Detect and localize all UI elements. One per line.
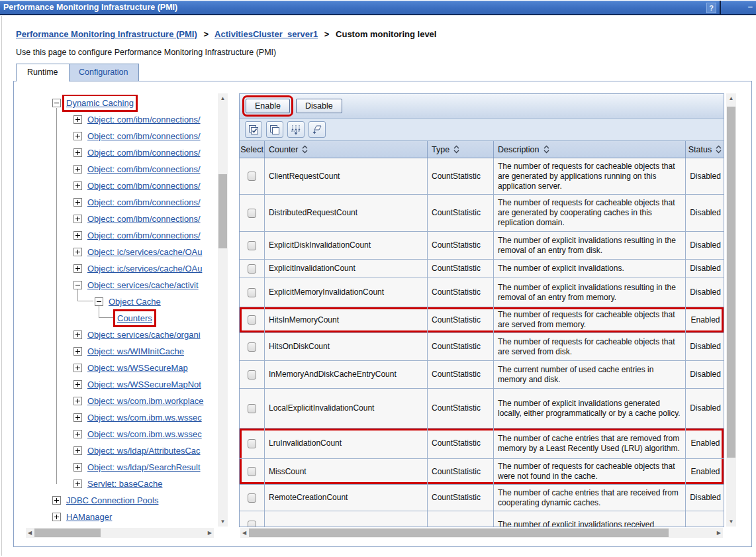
expand-icon[interactable]: [73, 347, 82, 356]
tree-item[interactable]: Object: com/ibm/connections/: [26, 227, 218, 244]
expand-icon[interactable]: [73, 364, 82, 372]
enable-button[interactable]: Enable: [246, 99, 290, 113]
tree-link[interactable]: Object: ic/services/cache/OAu: [87, 264, 202, 274]
tree-item[interactable]: Object: com/ibm/connections/: [26, 194, 218, 211]
disable-button[interactable]: Disable: [296, 99, 342, 113]
breadcrumb-link-server[interactable]: ActivitiesCluster_server1: [214, 29, 318, 39]
tree-link[interactable]: Object: ws/WSSecureMap: [87, 363, 188, 373]
row-checkbox[interactable]: [248, 172, 256, 181]
scroll-left-icon[interactable]: ◀: [242, 530, 246, 536]
tree-item[interactable]: Object: ic/services/cache/OAu: [26, 244, 218, 260]
expand-icon[interactable]: [73, 413, 82, 422]
tree-item[interactable]: Object Cache: [26, 293, 218, 310]
tree-item[interactable]: Object: ws/WIMInitCache: [26, 343, 218, 360]
tree-item[interactable]: Object: ws/com.ibm.ws.wssec: [26, 426, 218, 442]
row-checkbox[interactable]: [248, 404, 256, 413]
tree-item[interactable]: Object: services/cache/organi: [26, 327, 218, 343]
tree-link[interactable]: Object: ws/WSSecureMapNot: [87, 380, 201, 389]
tree-item[interactable]: Object: ws/com.ibm.ws.wssec: [26, 409, 218, 426]
tree-link[interactable]: Object: services/cache/organi: [87, 330, 201, 340]
expand-icon[interactable]: [73, 115, 82, 124]
scroll-down-icon[interactable]: ▼: [726, 519, 736, 525]
column-header-counter[interactable]: Counter: [265, 141, 428, 158]
tree-item[interactable]: Object: ws/WSSecureMap: [26, 360, 218, 376]
tree-item[interactable]: Object: com/ibm/connections/: [26, 144, 218, 161]
scrollbar-thumb[interactable]: [34, 529, 101, 537]
tree-item[interactable]: Counters: [26, 310, 218, 327]
tree-link[interactable]: Object: ws/com.ibm.ws.wssec: [87, 413, 202, 423]
collapse-icon[interactable]: [52, 99, 61, 107]
expand-icon[interactable]: [73, 264, 82, 273]
tree-item[interactable]: Object: ws/ldap/AttributesCac: [26, 442, 218, 459]
tree-horizontal-scrollbar[interactable]: ◀ ▶: [26, 528, 214, 538]
tree-link[interactable]: Object: com/ibm/connections/: [87, 197, 201, 207]
expand-icon[interactable]: [73, 231, 82, 240]
expand-icon[interactable]: [73, 446, 82, 455]
expand-icon[interactable]: [73, 181, 82, 190]
tree-link[interactable]: Object: services/cache/activit: [87, 280, 199, 290]
scrollbar-thumb[interactable]: [249, 529, 669, 537]
tree-item[interactable]: JDBC Connection Pools: [26, 492, 218, 509]
sort-icon[interactable]: [453, 145, 460, 154]
tree-link[interactable]: JDBC Connection Pools: [66, 495, 158, 505]
tree-link[interactable]: Object: ws/ldap/SearchResult: [87, 462, 201, 472]
scroll-left-icon[interactable]: ◀: [28, 530, 32, 536]
row-checkbox[interactable]: [248, 521, 256, 527]
expand-icon[interactable]: [73, 132, 82, 140]
tree-link[interactable]: Object: com/ibm/connections/: [87, 148, 201, 158]
tree-item[interactable]: Object: ic/services/cache/OAu: [26, 260, 218, 277]
expand-icon[interactable]: [73, 480, 82, 488]
tree-link[interactable]: Dynamic Caching: [66, 98, 134, 108]
scroll-right-icon[interactable]: ▶: [208, 530, 212, 536]
sort-icon[interactable]: [715, 145, 722, 154]
tree-item[interactable]: Object: com/ibm/connections/: [26, 111, 218, 128]
tree-link[interactable]: Object: ws/ldap/AttributesCac: [87, 446, 201, 456]
expand-icon[interactable]: [73, 397, 82, 405]
tree-item[interactable]: Object: com/ibm/connections/: [26, 128, 218, 144]
scroll-down-icon[interactable]: ▼: [218, 519, 228, 525]
tree-item[interactable]: Object: com/ibm/connections/: [26, 177, 218, 194]
tree-link[interactable]: Object Cache: [109, 297, 161, 307]
tree-item[interactable]: Object: com/ibm/connections/: [26, 211, 218, 227]
show-filter-icon[interactable]: [287, 121, 305, 138]
scroll-right-icon[interactable]: ▶: [717, 530, 721, 536]
table-horizontal-scrollbar[interactable]: ◀ ▶: [240, 528, 723, 538]
scroll-up-icon[interactable]: ▲: [218, 95, 228, 101]
clear-filter-icon[interactable]: [308, 121, 326, 138]
row-checkbox[interactable]: [248, 288, 256, 297]
column-header-type[interactable]: Type: [428, 141, 494, 158]
tree-link[interactable]: Object: com/ibm/connections/: [87, 115, 201, 125]
tree-item[interactable]: Object: services/cache/activit: [26, 277, 218, 293]
tree-link[interactable]: Object: com/ibm/connections/: [87, 214, 201, 224]
tree-vertical-scrollbar[interactable]: ▲ ▼: [218, 93, 228, 527]
expand-icon[interactable]: [73, 430, 82, 438]
expand-icon[interactable]: [52, 513, 61, 521]
scrollbar-thumb[interactable]: [218, 174, 227, 248]
tree-link[interactable]: Object: ws/com.ibm.workplace: [87, 396, 204, 406]
row-checkbox[interactable]: [248, 370, 256, 380]
tree-link[interactable]: Object: com/ibm/connections/: [87, 131, 201, 141]
tree-item[interactable]: HAManager: [26, 509, 218, 525]
tree-link[interactable]: Object: com/ibm/connections/: [87, 164, 201, 174]
tree-item[interactable]: Object: ws/com.ibm.workplace: [26, 393, 218, 409]
tree-link[interactable]: Counters: [117, 313, 152, 323]
row-checkbox[interactable]: [248, 342, 256, 352]
tree-item[interactable]: Dynamic Caching: [26, 95, 218, 111]
scroll-up-icon[interactable]: ▲: [726, 95, 736, 101]
expand-icon[interactable]: [73, 330, 82, 339]
sort-icon[interactable]: [543, 145, 550, 154]
tree-item[interactable]: Object: ws/ldap/SearchResult: [26, 459, 218, 476]
tree-item[interactable]: Object: com/ibm/connections/: [26, 161, 218, 177]
expand-icon[interactable]: [73, 148, 82, 157]
row-checkbox[interactable]: [248, 493, 256, 503]
breadcrumb-link-pmi[interactable]: Performance Monitoring Infrastructure (P…: [16, 29, 197, 39]
tree-link[interactable]: Object: ws/com.ibm.ws.wssec: [87, 429, 202, 439]
tree-item[interactable]: Servlet: baseCache: [26, 476, 218, 492]
row-checkbox[interactable]: [248, 467, 256, 476]
column-header-status[interactable]: Status: [686, 141, 725, 158]
tree-link[interactable]: Object: ic/services/cache/OAu: [87, 247, 202, 257]
expand-icon[interactable]: [73, 198, 82, 207]
tree-link[interactable]: Object: ws/WIMInitCache: [87, 346, 184, 356]
expand-icon[interactable]: [73, 248, 82, 256]
tree-link[interactable]: Object: com/ibm/connections/: [87, 230, 201, 240]
